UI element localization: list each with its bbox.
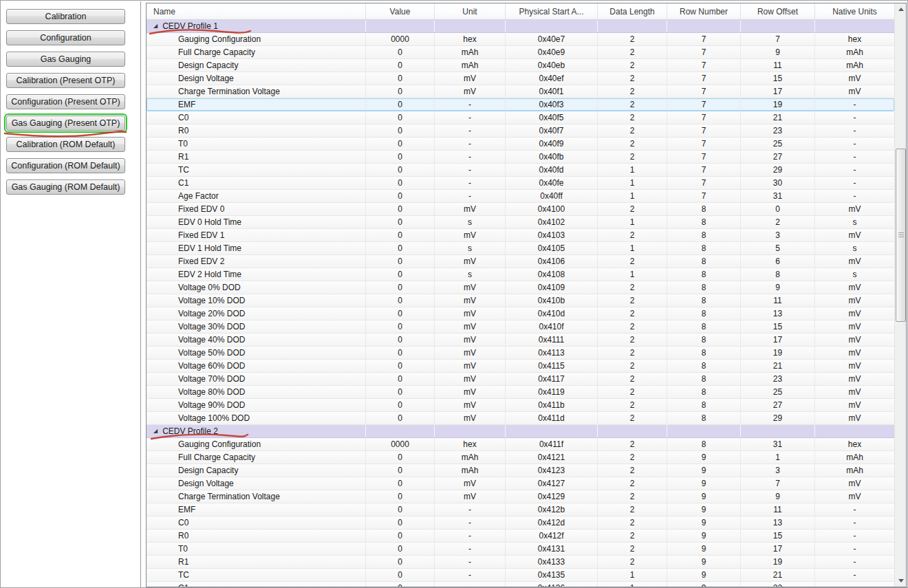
sidebar-button-gas-gauging-rom-default[interactable]: Gas Gauging (ROM Default) bbox=[6, 179, 125, 195]
scrollbar-thumb[interactable] bbox=[896, 149, 906, 322]
table-cell-unit: mAh bbox=[435, 59, 506, 72]
table-row[interactable]: Design Capacity0mAh0x4123293mAh bbox=[147, 464, 894, 477]
table-row[interactable]: C00-0x412d2913- bbox=[147, 516, 894, 530]
table-cell-native: mV bbox=[815, 412, 894, 424]
table-cell-len: 2 bbox=[598, 229, 667, 241]
sidebar-button-gas-gauging[interactable]: Gas Gauging bbox=[6, 52, 125, 67]
table-row[interactable]: Voltage 50% DOD0mV0x41132819mV bbox=[147, 347, 894, 360]
table-row[interactable]: Charge Termination Voltage0mV0x4129299mV bbox=[147, 490, 894, 503]
sidebar-button-calibration-present-otp[interactable]: Calibration (Present OTP) bbox=[6, 73, 125, 88]
table-row[interactable]: T00-0x40f92725- bbox=[147, 138, 894, 151]
app-window: CalibrationConfigurationGas GaugingCalib… bbox=[0, 0, 908, 588]
table-row[interactable]: R10-0x40fb2727- bbox=[147, 151, 894, 164]
table-cell-name: Voltage 80% DOD bbox=[147, 386, 366, 398]
table-cell-addr: 0x40fe bbox=[506, 177, 598, 189]
expander-icon[interactable]: ◢ bbox=[153, 428, 158, 434]
table-cell-unit: - bbox=[435, 516, 506, 529]
table-cell-unit: - bbox=[435, 151, 506, 163]
table-row[interactable]: Fixed EDV 10mV0x4103283mV bbox=[147, 229, 894, 242]
column-header-unit[interactable]: Unit bbox=[435, 3, 506, 19]
data-table-panel: NameValueUnitPhysical Start A...Data Len… bbox=[146, 3, 907, 587]
sidebar-button-configuration-rom-default[interactable]: Configuration (ROM Default) bbox=[6, 158, 125, 173]
sidebar-button-calibration[interactable]: Calibration bbox=[6, 9, 125, 24]
table-row[interactable]: Full Charge Capacity0mAh0x40e9279mAh bbox=[147, 46, 894, 59]
table-row[interactable]: EMF0-0x412b2911- bbox=[147, 503, 894, 516]
table-cell-offset: 9 bbox=[741, 490, 815, 503]
table-row[interactable]: Design Voltage0mV0x4127297mV bbox=[147, 477, 894, 490]
table-row[interactable]: EDV 0 Hold Time0s0x4102182s bbox=[147, 216, 894, 229]
scrollbar-down-button[interactable] bbox=[895, 575, 907, 587]
table-row[interactable]: Voltage 60% DOD0mV0x41152821mV bbox=[147, 360, 894, 373]
table-row[interactable]: R00-0x412f2915- bbox=[147, 530, 894, 543]
row-name-label: C1 bbox=[178, 178, 188, 188]
table-row[interactable]: Voltage 10% DOD0mV0x410b2811mV bbox=[147, 294, 894, 307]
table-row[interactable]: Voltage 0% DOD0mV0x4109289mV bbox=[147, 281, 894, 294]
table-row[interactable]: Full Charge Capacity0mAh0x4121291mAh bbox=[147, 451, 894, 464]
table-row[interactable]: TC0-0x41351921- bbox=[147, 569, 894, 582]
table-row[interactable]: EMF0-0x40f32719- bbox=[147, 98, 894, 111]
table-cell-value: 0 bbox=[366, 203, 435, 215]
table-row[interactable]: Fixed EDV 00mV0x4100280mV bbox=[147, 203, 894, 216]
table-cell-offset: 30 bbox=[741, 177, 815, 189]
table-row[interactable]: C10-0x41361922- bbox=[147, 582, 894, 587]
table-row[interactable]: Voltage 80% DOD0mV0x41192825mV bbox=[147, 386, 894, 399]
table-row[interactable]: Age Factor0-0x40ff1731- bbox=[147, 190, 894, 203]
table-cell-value: 0 bbox=[366, 451, 435, 464]
table-group-row-cedv-profile-2[interactable]: ◢CEDV Profile 2 bbox=[147, 425, 894, 438]
table-row[interactable]: Design Capacity0mAh0x40eb2711mAh bbox=[147, 59, 894, 72]
expander-icon[interactable]: ◢ bbox=[153, 23, 158, 29]
table-row[interactable]: Voltage 30% DOD0mV0x410f2815mV bbox=[147, 320, 894, 334]
column-header-row[interactable]: Row Number bbox=[667, 3, 741, 19]
table-cell-value: 0 bbox=[366, 85, 435, 98]
table-cell-name: EMF bbox=[147, 503, 366, 516]
table-cell-name: R1 bbox=[147, 151, 366, 163]
column-header-offset[interactable]: Row Offset bbox=[741, 3, 815, 19]
vertical-scrollbar[interactable] bbox=[894, 3, 906, 587]
table-row[interactable]: Gauging Configuration0000hex0x40e7277hex bbox=[147, 33, 894, 46]
table-row[interactable]: Design Voltage0mV0x40ef2715mV bbox=[147, 72, 894, 85]
table-cell-native: mAh bbox=[815, 46, 894, 58]
sidebar-button-configuration[interactable]: Configuration bbox=[6, 30, 125, 45]
column-header-addr[interactable]: Physical Start A... bbox=[506, 3, 598, 19]
table-row[interactable]: Gauging Configuration0000hex0x411f2831he… bbox=[147, 438, 894, 451]
table-row[interactable]: R00-0x40f72723- bbox=[147, 124, 894, 138]
table-row[interactable]: C00-0x40f52721- bbox=[147, 111, 894, 124]
table-row[interactable]: Fixed EDV 20mV0x4106286mV bbox=[147, 255, 894, 268]
table-cell-native: mV bbox=[815, 281, 894, 294]
table-cell-addr: 0x4131 bbox=[506, 543, 598, 555]
table-cell-native: mV bbox=[815, 477, 894, 490]
table-row[interactable]: EDV 2 Hold Time0s0x4108188s bbox=[147, 268, 894, 281]
sidebar-button-gas-gauging-present-otp[interactable]: Gas Gauging (Present OTP) bbox=[6, 116, 125, 131]
table-row[interactable]: EDV 1 Hold Time0s0x4105185s bbox=[147, 242, 894, 255]
table-cell-native: - bbox=[815, 516, 894, 529]
sidebar-button-configuration-present-otp[interactable]: Configuration (Present OTP) bbox=[6, 94, 125, 109]
table-cell-offset: 21 bbox=[741, 569, 815, 581]
column-header-native[interactable]: Native Units bbox=[815, 3, 894, 19]
sidebar-button-calibration-rom-default[interactable]: Calibration (ROM Default) bbox=[6, 137, 125, 152]
table-row[interactable]: Voltage 40% DOD0mV0x41112817mV bbox=[147, 334, 894, 347]
table-cell-unit: mV bbox=[435, 477, 506, 490]
table-row[interactable]: TC0-0x40fd1729- bbox=[147, 164, 894, 177]
row-name-label: Design Voltage bbox=[178, 479, 234, 488]
table-row[interactable]: Charge Termination Voltage0mV0x40f12717m… bbox=[147, 85, 894, 98]
column-header-value[interactable]: Value bbox=[366, 3, 435, 19]
table-group-row-cedv-profile-1[interactable]: ◢CEDV Profile 1 bbox=[147, 20, 894, 33]
table-row[interactable]: C10-0x40fe1730- bbox=[147, 177, 894, 190]
table-row[interactable]: Voltage 70% DOD0mV0x41172823mV bbox=[147, 373, 894, 386]
scrollbar-up-button[interactable] bbox=[895, 3, 907, 15]
table-row[interactable]: R10-0x41332919- bbox=[147, 556, 894, 569]
table-row[interactable]: Voltage 20% DOD0mV0x410d2813mV bbox=[147, 307, 894, 320]
table-cell-name: Design Voltage bbox=[147, 72, 366, 85]
table-cell-offset: 29 bbox=[741, 164, 815, 176]
table-row[interactable]: Voltage 100% DOD0mV0x411d2829mV bbox=[147, 412, 894, 425]
table-row[interactable]: T00-0x41312917- bbox=[147, 543, 894, 556]
column-header-name[interactable]: Name bbox=[147, 3, 366, 19]
table-cell-addr: 0x4136 bbox=[506, 582, 598, 587]
table-cell-unit: - bbox=[435, 111, 506, 124]
table-cell-len: 2 bbox=[598, 399, 667, 411]
column-header-len[interactable]: Data Length bbox=[598, 3, 667, 19]
table-cell-unit: - bbox=[435, 138, 506, 150]
table-cell-unit: mV bbox=[435, 399, 506, 411]
table-row[interactable]: Voltage 90% DOD0mV0x411b2827mV bbox=[147, 399, 894, 412]
table-cell-addr: 0x40f9 bbox=[506, 138, 598, 150]
